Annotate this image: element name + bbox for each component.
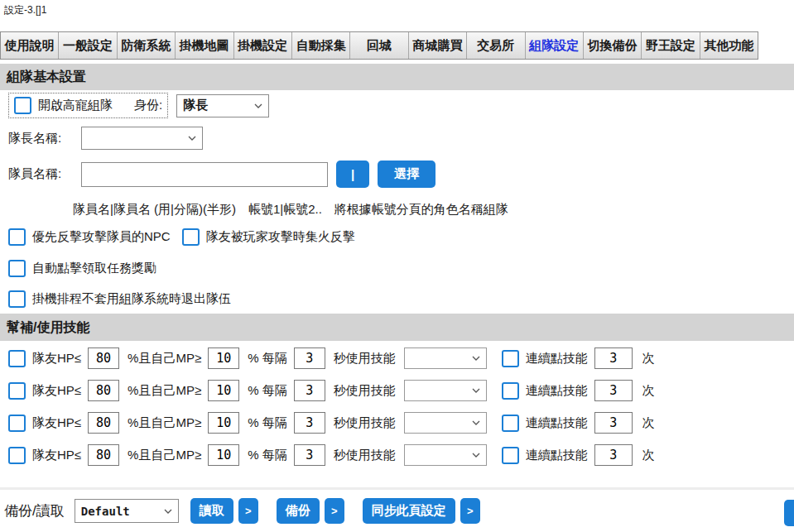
backup-load-bar: 備份/讀取 Default 讀取 > 備份 > 同步此頁設定 > bbox=[4, 498, 480, 524]
mp-threshold-input[interactable] bbox=[208, 444, 239, 466]
leader-name-select[interactable] bbox=[81, 127, 203, 150]
hp-label: 隊友HP≤ bbox=[32, 415, 81, 431]
mp-label: %且自己MP≥ bbox=[128, 448, 201, 463]
pet-team-row: 開啟高寵組隊 身份: 隊長 bbox=[8, 93, 269, 118]
sync-more-button[interactable]: > bbox=[460, 498, 480, 524]
mp-label: %且自己MP≥ bbox=[128, 415, 201, 431]
interval-suffix-label: 秒使用技能 bbox=[334, 351, 396, 367]
hp-threshold-input[interactable] bbox=[88, 380, 119, 401]
skill-select[interactable] bbox=[404, 347, 487, 369]
chevron-down-icon bbox=[254, 103, 262, 108]
auto-claim-quest-label: 自動點擊領取任務獎勵 bbox=[32, 261, 156, 276]
repeat-cast-checkbox[interactable] bbox=[502, 350, 519, 367]
hp-label: 隊友HP≤ bbox=[32, 351, 81, 367]
load-more-button[interactable]: > bbox=[238, 498, 258, 524]
profile-select[interactable]: Default bbox=[75, 499, 179, 523]
repeat-count-input[interactable] bbox=[594, 347, 633, 369]
pet-team-checkbox[interactable] bbox=[14, 97, 31, 114]
leave-team-checkbox[interactable] bbox=[8, 290, 26, 308]
chevron-down-icon bbox=[188, 136, 196, 141]
cut-off-edge-button[interactable] bbox=[784, 500, 794, 526]
tab-usage-guide[interactable]: 使用說明 bbox=[1, 32, 59, 59]
skill-row-4: 隊友HP≤ %且自己MP≥ % 每隔 秒使用技能 連續點技能 次 bbox=[8, 443, 655, 467]
team-basic-section-header: 組隊基本設置 bbox=[0, 64, 794, 90]
repeat-label: 連續點技能 bbox=[526, 415, 588, 431]
repeat-count-input[interactable] bbox=[594, 444, 633, 466]
tab-switch-backup[interactable]: 切換備份 bbox=[584, 32, 642, 59]
repeat-count-input[interactable] bbox=[594, 412, 633, 434]
skill-row-2: 隊友HP≤ %且自己MP≥ % 每隔 秒使用技能 連續點技能 次 bbox=[8, 378, 655, 403]
select-members-button[interactable]: 選擇 bbox=[378, 161, 435, 188]
tab-defense-system[interactable]: 防衛系統 bbox=[118, 32, 176, 59]
repeat-cast-checkbox[interactable] bbox=[502, 447, 519, 464]
focus-fire-label: 隊友被玩家攻擊時集火反擊 bbox=[206, 229, 355, 245]
chevron-down-icon bbox=[472, 388, 480, 393]
tab-auto-gather[interactable]: 自動採集 bbox=[292, 32, 350, 59]
tab-bar: 使用說明 一般設定 防衛系統 掛機地圖 掛機設定 自動採集 回城 商城購買 交易… bbox=[0, 31, 758, 60]
mp-threshold-input[interactable] bbox=[208, 380, 239, 401]
tab-return-town[interactable]: 回城 bbox=[350, 32, 408, 59]
skill-select[interactable] bbox=[404, 412, 487, 434]
repeat-cast-checkbox[interactable] bbox=[502, 382, 519, 400]
interval-prefix-label: % 每隔 bbox=[248, 415, 287, 431]
backup-button[interactable]: 備份 bbox=[277, 498, 320, 524]
hp-threshold-input[interactable] bbox=[88, 412, 119, 434]
interval-prefix-label: % 每隔 bbox=[248, 383, 287, 399]
hp-threshold-input[interactable] bbox=[88, 444, 119, 466]
tab-afk-settings[interactable]: 掛機設定 bbox=[234, 32, 292, 59]
tab-exchange[interactable]: 交易所 bbox=[467, 32, 525, 59]
role-label: 身份: bbox=[134, 98, 162, 113]
mp-label: %且自己MP≥ bbox=[128, 351, 201, 367]
tab-mall-purchase[interactable]: 商城購買 bbox=[409, 32, 467, 59]
role-select[interactable]: 隊長 bbox=[176, 94, 269, 117]
backup-more-button[interactable]: > bbox=[325, 498, 344, 524]
skill-row-1-checkbox[interactable] bbox=[8, 350, 26, 367]
chevron-down-icon bbox=[164, 509, 172, 514]
insert-separator-button[interactable]: | bbox=[336, 161, 369, 188]
times-label: 次 bbox=[642, 415, 655, 431]
sync-page-settings-button[interactable]: 同步此頁設定 bbox=[363, 498, 455, 524]
mp-threshold-input[interactable] bbox=[208, 347, 239, 369]
hp-label: 隊友HP≤ bbox=[32, 383, 81, 399]
counterattack-npc-checkbox[interactable] bbox=[8, 228, 26, 246]
interval-input[interactable] bbox=[294, 412, 325, 434]
repeat-label: 連續點技能 bbox=[526, 351, 588, 367]
tab-other-functions[interactable]: 其他功能 bbox=[700, 32, 758, 59]
tab-team-settings[interactable]: 組隊設定 bbox=[526, 32, 584, 59]
tab-general-settings[interactable]: 一般設定 bbox=[59, 32, 117, 59]
skill-row-2-checkbox[interactable] bbox=[8, 382, 26, 400]
repeat-count-input[interactable] bbox=[594, 380, 633, 401]
auto-claim-quest-checkbox[interactable] bbox=[8, 260, 26, 277]
skill-row-3-checkbox[interactable] bbox=[8, 415, 26, 432]
mp-threshold-input[interactable] bbox=[208, 412, 239, 434]
interval-input[interactable] bbox=[294, 347, 325, 369]
skill-select[interactable] bbox=[404, 380, 487, 401]
member-name-input[interactable] bbox=[81, 162, 328, 187]
member-name-row: 隊員名稱: | 選擇 bbox=[8, 161, 435, 188]
chevron-down-icon bbox=[472, 356, 480, 361]
times-label: 次 bbox=[642, 383, 655, 399]
times-label: 次 bbox=[642, 351, 655, 367]
load-button[interactable]: 讀取 bbox=[190, 498, 233, 524]
mp-label: %且自己MP≥ bbox=[128, 383, 201, 399]
tab-boss-settings[interactable]: 野王設定 bbox=[642, 32, 700, 59]
interval-input[interactable] bbox=[294, 380, 325, 401]
option-row-1: 優先反擊攻擊隊員的NPC 隊友被玩家攻擊時集火反擊 bbox=[8, 228, 355, 246]
skill-row-4-checkbox[interactable] bbox=[8, 447, 26, 464]
skill-select[interactable] bbox=[404, 444, 487, 466]
interval-suffix-label: 秒使用技能 bbox=[334, 383, 396, 399]
backup-load-label: 備份/讀取 bbox=[4, 501, 65, 520]
interval-suffix-label: 秒使用技能 bbox=[334, 448, 396, 463]
option-row-3: 掛機排程不套用組隊系統時退出隊伍 bbox=[8, 290, 231, 308]
interval-prefix-label: % 每隔 bbox=[248, 351, 287, 367]
repeat-cast-checkbox[interactable] bbox=[502, 415, 519, 432]
focus-fire-checkbox[interactable] bbox=[182, 228, 200, 246]
repeat-label: 連續點技能 bbox=[526, 383, 588, 399]
skill-row-1: 隊友HP≤ %且自己MP≥ % 每隔 秒使用技能 連續點技能 次 bbox=[8, 346, 655, 371]
tab-afk-map[interactable]: 掛機地圖 bbox=[176, 32, 233, 59]
interval-input[interactable] bbox=[294, 444, 325, 466]
hp-threshold-input[interactable] bbox=[88, 347, 119, 369]
footer-divider bbox=[0, 487, 794, 490]
interval-prefix-label: % 每隔 bbox=[248, 448, 287, 463]
times-label: 次 bbox=[642, 448, 655, 463]
